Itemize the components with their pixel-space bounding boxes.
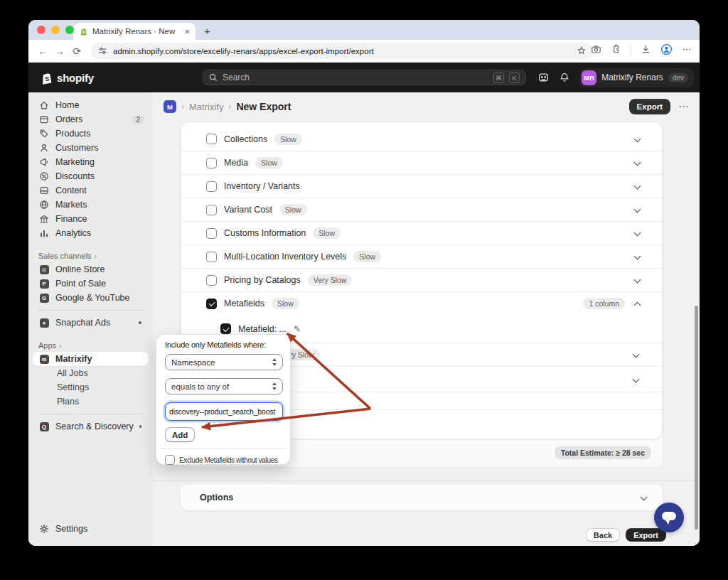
bookmark-star-icon[interactable]: [577, 45, 587, 55]
export-button-header[interactable]: Export: [629, 99, 670, 114]
camera-icon[interactable]: [591, 44, 601, 55]
back-icon[interactable]: ←: [34, 45, 51, 57]
snapchat-ads-icon: ●: [38, 317, 50, 328]
site-settings-icon[interactable]: [98, 46, 107, 55]
download-icon[interactable]: [641, 44, 651, 55]
edit-pencil-icon[interactable]: ✎: [294, 324, 301, 334]
tab-strip: S Matrixify Renars · New Export × +: [28, 20, 700, 40]
checkbox[interactable]: [165, 455, 175, 465]
profile-avatar-icon[interactable]: [660, 43, 673, 55]
tab-close-icon[interactable]: ×: [184, 27, 190, 36]
operator-select[interactable]: equals to any of: [165, 378, 283, 394]
sidebar-item-customers[interactable]: Customers: [33, 141, 149, 155]
sales-channels-header[interactable]: Sales channels›: [28, 249, 153, 262]
reload-icon[interactable]: ⟳: [68, 45, 85, 57]
address-bar[interactable]: admin.shopify.com/store/excelify-renars/…: [91, 43, 593, 59]
close-window-button[interactable]: [37, 26, 46, 34]
field-select[interactable]: Namespace: [165, 354, 283, 370]
orders-icon: [38, 114, 50, 125]
more-actions-icon[interactable]: ⋯: [678, 100, 690, 113]
checkbox-checked[interactable]: [220, 323, 231, 334]
checkbox[interactable]: [206, 134, 217, 144]
sidebar-item-markets[interactable]: Markets: [33, 198, 149, 212]
checkbox[interactable]: [206, 252, 217, 262]
extensions-puzzle-icon[interactable]: [611, 44, 621, 55]
forward-icon[interactable]: →: [51, 45, 68, 57]
options-card[interactable]: Options: [180, 483, 663, 511]
sidebar-item-home[interactable]: Home: [33, 98, 149, 112]
sidebar-item-plans[interactable]: Plans: [33, 394, 149, 409]
new-tab-button[interactable]: +: [204, 26, 210, 36]
pinned-dot: [139, 425, 141, 428]
notifications-bell-icon[interactable]: [559, 72, 570, 83]
search-icon: [209, 73, 218, 82]
chevron-down-icon[interactable]: [633, 253, 641, 260]
chevron-down-icon[interactable]: [633, 206, 641, 213]
url-text: admin.shopify.com/store/excelify-renars/…: [113, 47, 374, 55]
shopify-topbar: S shopify Search ⌘ K MR Matrixify Renars…: [28, 63, 700, 92]
chevron-down-icon[interactable]: [632, 376, 639, 383]
browser-tab[interactable]: S Matrixify Renars · New Export ×: [73, 23, 196, 40]
chevron-up-icon[interactable]: [633, 300, 641, 307]
section-row-customs-information[interactable]: Customs InformationSlow: [181, 221, 662, 245]
sidebar-item-online-store[interactable]: ◎Online Store: [33, 262, 149, 276]
section-row-pricing-by-catalogs[interactable]: Pricing by CatalogsVery Slow: [181, 268, 662, 291]
sidebar-item-products[interactable]: Products: [33, 127, 149, 141]
inbox-icon[interactable]: [537, 72, 550, 84]
sidebar-item-app-settings[interactable]: Settings: [33, 380, 149, 394]
section-row-collections[interactable]: CollectionsSlow: [181, 127, 662, 151]
checkbox[interactable]: [206, 205, 217, 215]
browser-menu-icon[interactable]: ⋮: [682, 45, 692, 55]
sidebar-item-discounts[interactable]: Discounts: [33, 169, 149, 183]
chevron-down-icon[interactable]: [633, 159, 641, 166]
chevron-down-icon[interactable]: [633, 136, 641, 143]
user-menu[interactable]: MR Matrixify Renars dev: [579, 68, 694, 87]
sidebar-item-search-discovery[interactable]: QSearch & Discovery: [33, 419, 149, 434]
add-button[interactable]: Add: [165, 427, 195, 442]
matrixify-breadcrumb-icon[interactable]: M: [164, 100, 176, 113]
chevron-down-icon[interactable]: [640, 494, 647, 501]
minimize-window-button[interactable]: [51, 26, 60, 34]
chevron-down-icon[interactable]: [632, 351, 639, 358]
sidebar-item-all-jobs[interactable]: All Jobs: [33, 366, 149, 380]
checkbox[interactable]: [206, 228, 217, 239]
checkbox[interactable]: [206, 275, 217, 286]
apps-header[interactable]: Apps›: [28, 339, 153, 352]
sidebar-item-marketing[interactable]: Marketing: [33, 155, 149, 169]
chevron-down-icon[interactable]: [633, 230, 641, 237]
shopify-logo[interactable]: S shopify: [40, 71, 94, 85]
exclude-metafields-row[interactable]: Exclude Metafields without values: [165, 455, 282, 465]
sidebar-item-matrixify[interactable]: mMatrixify: [33, 352, 149, 366]
section-row-media[interactable]: MediaSlow: [181, 151, 662, 174]
checkbox[interactable]: [206, 158, 217, 168]
page-title: New Export: [236, 101, 291, 112]
back-button[interactable]: Back: [586, 528, 620, 542]
namespace-value-input[interactable]: [165, 402, 283, 421]
matrixify-app-icon: m: [38, 353, 50, 365]
sidebar-item-content[interactable]: Content: [33, 183, 149, 198]
section-row-variant-cost[interactable]: Variant CostSlow: [181, 198, 662, 221]
section-row-inventory-variants[interactable]: Inventory / Variants: [181, 174, 662, 198]
scrollbar-thumb[interactable]: [695, 306, 698, 530]
export-button-footer[interactable]: Export: [626, 528, 666, 542]
breadcrumb-app-link[interactable]: Matrixify: [189, 102, 223, 112]
zoom-window-button[interactable]: [65, 26, 74, 34]
sidebar-item-settings[interactable]: Settings: [33, 522, 149, 536]
section-row-multi-location-inventory[interactable]: Multi-Location Inventory LevelsSlow: [181, 245, 662, 268]
sidebar-item-finance[interactable]: Finance: [33, 212, 149, 226]
chat-widget-button[interactable]: [654, 503, 684, 532]
markets-globe-icon: [38, 199, 50, 210]
chat-bubble-tail: [665, 520, 670, 525]
global-search-input[interactable]: Search ⌘ K: [203, 70, 526, 85]
analytics-bars-icon: [38, 227, 50, 239]
sidebar-item-google-youtube[interactable]: GGoogle & YouTube: [33, 291, 149, 305]
sidebar-item-snapchat-ads[interactable]: ●Snapchat Ads: [33, 316, 149, 330]
checkbox-checked[interactable]: [206, 299, 217, 309]
section-row-metafields[interactable]: MetafieldsSlow1 column: [181, 291, 662, 315]
checkbox[interactable]: [206, 181, 217, 192]
chevron-down-icon[interactable]: [633, 276, 641, 284]
sidebar-item-analytics[interactable]: Analytics: [33, 226, 149, 240]
chevron-down-icon[interactable]: [633, 183, 641, 190]
sidebar-item-point-of-sale[interactable]: PPoint of Sale: [33, 276, 149, 291]
sidebar-item-orders[interactable]: Orders2: [33, 112, 149, 127]
